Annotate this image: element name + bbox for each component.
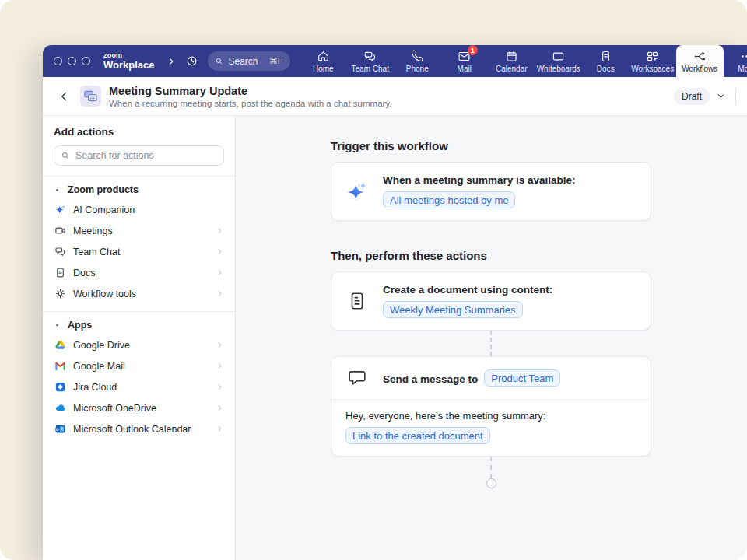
flow-end-node[interactable]: [486, 478, 496, 488]
more-icon: [740, 49, 747, 63]
team-chat-icon: [363, 49, 377, 63]
sidebar-item-ai-companion[interactable]: AI Companion: [43, 199, 235, 220]
sidebar-item-label: Team Chat: [73, 247, 120, 257]
document-link-chip[interactable]: Link to the created document: [345, 427, 490, 444]
actions-sidebar: Add actions Zoom products AI Companion: [43, 116, 236, 560]
nav-item-team-chat[interactable]: Team Chat: [347, 45, 395, 77]
sidebar-item-label: Microsoft Outlook Calendar: [73, 424, 191, 435]
action-card-send-message[interactable]: Send a message toProduct Team Hey, every…: [331, 356, 651, 457]
history-icon[interactable]: [185, 54, 198, 68]
chevron-left-icon: [58, 90, 71, 103]
sidebar-item-google-drive[interactable]: Google Drive: [43, 334, 235, 355]
team-chat-icon: [54, 246, 66, 258]
sidebar-item-workflow-tools[interactable]: Workflow tools: [43, 283, 235, 304]
nav-label: Whiteboards: [537, 65, 580, 73]
sidebar-item-label: Meetings: [73, 226, 113, 236]
brand-workplace: Workplace: [103, 60, 155, 70]
sidebar-item-jira-cloud[interactable]: Jira Cloud: [43, 376, 235, 397]
mail-unread-badge: 1: [468, 45, 478, 55]
sidebar-item-docs[interactable]: Docs: [43, 262, 235, 283]
nav-item-whiteboards[interactable]: Whiteboards: [535, 45, 583, 77]
section-label: Zoom products: [68, 184, 139, 195]
chevron-right-icon: [216, 425, 224, 433]
trigger-card-title: When a meeting summary is available:: [383, 174, 576, 186]
global-search[interactable]: Search ⌘F: [208, 51, 290, 71]
nav-item-workspaces[interactable]: Workspaces: [630, 45, 677, 77]
home-icon: [316, 49, 330, 63]
meetings-icon: [54, 225, 66, 237]
chevron-down-icon[interactable]: [716, 91, 726, 101]
action-search[interactable]: [54, 145, 224, 166]
navbar-left-cluster: zoom Workplace Search ⌘F: [43, 51, 290, 71]
page-title: Meeting Summary Update: [109, 85, 392, 97]
nav-item-docs[interactable]: Docs: [582, 45, 630, 77]
nav-label: Workspaces: [631, 65, 674, 73]
message-body-text[interactable]: Hey, everyone, here’s the meeting summar…: [345, 410, 637, 422]
nav-label: Docs: [597, 65, 615, 73]
nav-item-mail[interactable]: 1 Mail: [441, 45, 489, 77]
sidebar-item-meetings[interactable]: Meetings: [43, 220, 235, 241]
search-shortcut: ⌘F: [269, 56, 283, 66]
action-card-title: Send a message to: [383, 373, 478, 385]
nav-label: Team Chat: [352, 65, 389, 73]
sidebar-item-label: Jira Cloud: [73, 382, 117, 393]
sidebar-item-label: Workflow tools: [73, 289, 136, 299]
top-navbar: zoom Workplace Search ⌘F: [43, 45, 747, 77]
docs-icon: [598, 49, 612, 63]
jira-cloud-icon: [54, 381, 66, 394]
sidebar-item-label: Google Mail: [73, 361, 125, 372]
nav-label: More: [738, 65, 747, 73]
nav-item-calendar[interactable]: Calendar: [488, 45, 535, 77]
section-apps[interactable]: Apps: [43, 312, 235, 334]
document-icon: [345, 291, 369, 311]
flow-connector: [490, 331, 492, 356]
sidebar-item-label: Microsoft OneDrive: [73, 403, 156, 414]
ai-sparkle-icon: [345, 180, 369, 203]
search-icon: [215, 57, 224, 66]
nav-item-more[interactable]: More: [724, 45, 747, 77]
chevron-right-icon: [216, 289, 224, 298]
docs-icon: [54, 267, 66, 279]
calendar-icon: [504, 49, 518, 63]
ai-companion-icon: [54, 204, 66, 216]
trigger-card[interactable]: When a meeting summary is available: All…: [331, 162, 651, 221]
sidebar-item-label: AI Companion: [73, 205, 135, 215]
search-label: Search: [229, 56, 258, 67]
nav-label: Mail: [458, 65, 472, 73]
back-button[interactable]: [55, 87, 74, 106]
nav-item-workflows[interactable]: Workflows: [676, 45, 724, 77]
search-icon: [61, 151, 71, 161]
status-badge[interactable]: Draft: [674, 88, 710, 105]
window-control[interactable]: [68, 57, 76, 65]
navbar-tabs: Home Team Chat Phone: [300, 45, 747, 77]
window-control[interactable]: [54, 57, 62, 65]
action-card-create-document[interactable]: Create a document using content: Weekly …: [331, 271, 651, 331]
action-card-title: Create a document using content:: [383, 284, 552, 296]
sidebar-item-google-mail[interactable]: Google Mail: [43, 355, 235, 376]
page-subtitle: When a recurring meeting starts, post th…: [109, 99, 392, 108]
nav-label: Phone: [406, 65, 429, 73]
microsoft-outlook-calendar-icon: [54, 423, 66, 436]
trigger-scope-chip[interactable]: All meetings hosted by me: [383, 191, 515, 208]
nav-label: Home: [313, 65, 334, 73]
window-control[interactable]: [82, 57, 90, 65]
header-divider: [735, 89, 736, 104]
chevron-right-icon[interactable]: [167, 57, 176, 66]
chevron-right-icon: [216, 341, 224, 349]
message-recipient-chip[interactable]: Product Team: [484, 369, 560, 387]
nav-item-home[interactable]: Home: [300, 45, 347, 77]
chevron-right-icon: [216, 247, 224, 256]
section-zoom-products[interactable]: Zoom products: [43, 177, 235, 199]
chevron-right-icon: [216, 404, 224, 412]
document-content-chip[interactable]: Weekly Meeting Summaries: [383, 301, 523, 318]
sidebar-item-microsoft-onedrive[interactable]: Microsoft OneDrive: [43, 397, 235, 418]
sidebar-title: Add actions: [43, 126, 235, 138]
google-drive-icon: [54, 339, 66, 352]
phone-icon: [410, 49, 424, 63]
mail-icon: 1: [458, 49, 472, 63]
search-actions-input[interactable]: [75, 150, 217, 161]
sidebar-item-team-chat[interactable]: Team Chat: [43, 241, 235, 262]
nav-item-phone[interactable]: Phone: [394, 45, 441, 77]
zoom-workplace-logo: zoom Workplace: [103, 52, 155, 70]
sidebar-item-microsoft-outlook-calendar[interactable]: Microsoft Outlook Calendar: [43, 418, 235, 439]
